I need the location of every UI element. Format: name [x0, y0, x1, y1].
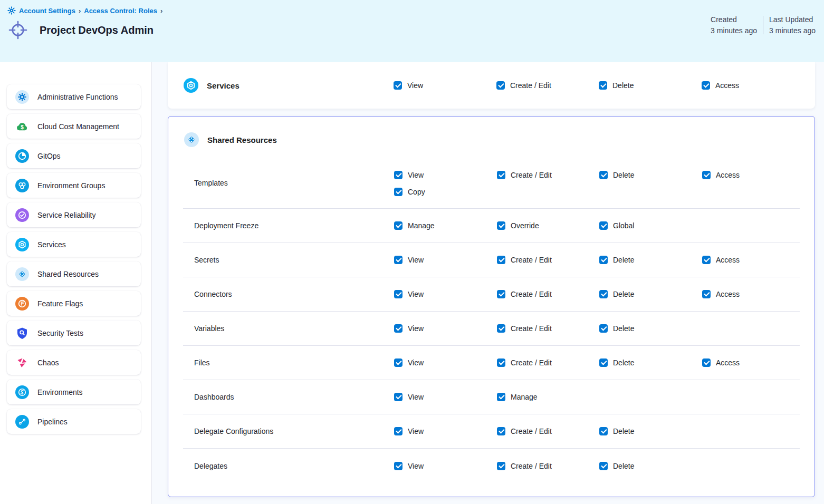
secrets-delete-checkbox[interactable]: Delete [599, 256, 702, 264]
sidebar-item-environment-groups[interactable]: Environment Groups [7, 173, 141, 198]
shared-resources-icon [184, 132, 199, 147]
checkbox-checked-icon[interactable] [702, 81, 710, 90]
variables-view-checkbox[interactable]: View [394, 324, 497, 333]
checkbox-checked-icon[interactable] [702, 358, 711, 367]
sidebar-item-label: Cloud Cost Management [37, 122, 119, 131]
permission-row-delegates: Delegates View Create / Edit Delete [183, 449, 800, 483]
checkbox-label: Create / Edit [511, 290, 552, 298]
checkbox-label: View [408, 171, 424, 179]
deployment-freeze-override-checkbox[interactable]: Override [497, 221, 599, 230]
checkbox-checked-icon[interactable] [497, 324, 505, 333]
sidebar-item-feature-flags[interactable]: Feature Flags [7, 291, 141, 316]
templates-access-checkbox[interactable]: Access [702, 171, 800, 179]
services-view-checkbox[interactable]: View [394, 81, 496, 90]
delegates-create-edit-checkbox[interactable]: Create / Edit [497, 462, 599, 470]
checkbox-checked-icon[interactable] [599, 358, 608, 367]
templates-view-checkbox[interactable]: View [394, 171, 497, 179]
templates-delete-checkbox[interactable]: Delete [599, 171, 702, 179]
secrets-create-edit-checkbox[interactable]: Create / Edit [497, 256, 599, 264]
checkbox-checked-icon[interactable] [599, 427, 608, 435]
dashboards-view-checkbox[interactable]: View [394, 393, 497, 401]
delegate-configurations-delete-checkbox[interactable]: Delete [599, 427, 702, 435]
connectors-create-edit-checkbox[interactable]: Create / Edit [497, 290, 599, 298]
checkbox-checked-icon[interactable] [394, 358, 403, 367]
checkbox-checked-icon[interactable] [497, 256, 505, 264]
checkbox-checked-icon[interactable] [394, 393, 403, 401]
deployment-freeze-manage-checkbox[interactable]: Manage [394, 221, 497, 230]
templates-copy-checkbox[interactable]: Copy [394, 188, 497, 196]
sidebar-item-administrative-functions[interactable]: Administrative Functions [7, 84, 141, 109]
sidebar-item-chaos[interactable]: Chaos [7, 350, 141, 375]
secrets-access-checkbox[interactable]: Access [702, 256, 800, 264]
checkbox-checked-icon[interactable] [497, 427, 505, 435]
sidebar-item-gitops[interactable]: GitOps [7, 143, 141, 168]
files-create-edit-checkbox[interactable]: Create / Edit [497, 358, 599, 367]
connectors-delete-checkbox[interactable]: Delete [599, 290, 702, 298]
checkbox-checked-icon[interactable] [394, 290, 403, 298]
checkbox-checked-icon[interactable] [496, 81, 505, 90]
breadcrumb-access-control-roles[interactable]: Access Control: Roles [84, 7, 157, 15]
checkbox-checked-icon[interactable] [497, 393, 505, 401]
checkbox-checked-icon[interactable] [599, 171, 608, 179]
checkbox-checked-icon[interactable] [599, 221, 608, 230]
delegates-view-checkbox[interactable]: View [394, 462, 497, 470]
secrets-view-checkbox[interactable]: View [394, 256, 497, 264]
checkbox-label: Create / Edit [511, 358, 552, 367]
checkbox-checked-icon[interactable] [394, 171, 403, 179]
settings-gear-icon [7, 6, 16, 15]
services-create-edit-checkbox[interactable]: Create / Edit [496, 81, 599, 90]
checkbox-checked-icon[interactable] [497, 221, 505, 230]
connectors-access-checkbox[interactable]: Access [702, 290, 800, 298]
shared-resources-icon [15, 267, 29, 281]
files-delete-checkbox[interactable]: Delete [599, 358, 702, 367]
checkbox-checked-icon[interactable] [394, 427, 403, 435]
checkbox-checked-icon[interactable] [599, 256, 608, 264]
checkbox-checked-icon[interactable] [702, 256, 711, 264]
delegates-delete-checkbox[interactable]: Delete [599, 462, 702, 470]
checkbox-checked-icon[interactable] [599, 290, 608, 298]
sidebar-item-environments[interactable]: Environments [7, 380, 141, 404]
checkbox-label: Access [716, 171, 740, 179]
role-target-icon [7, 19, 29, 41]
checkbox-checked-icon[interactable] [702, 171, 711, 179]
sidebar-item-label: Services [37, 240, 66, 249]
sidebar-item-shared-resources[interactable]: Shared Resources [7, 261, 141, 286]
checkbox-checked-icon[interactable] [394, 462, 403, 470]
checkbox-checked-icon[interactable] [599, 462, 608, 470]
checkbox-checked-icon[interactable] [599, 81, 607, 90]
checkbox-label: Create / Edit [511, 324, 552, 333]
checkbox-checked-icon[interactable] [394, 188, 403, 196]
sidebar-item-service-reliability[interactable]: Service Reliability [7, 202, 141, 227]
checkbox-checked-icon[interactable] [394, 324, 403, 333]
last-updated-value: 3 minutes ago [769, 26, 816, 35]
variables-delete-checkbox[interactable]: Delete [599, 324, 702, 333]
permission-row-variables: Variables View Create / Edit Delete [183, 312, 800, 346]
checkbox-checked-icon[interactable] [497, 290, 505, 298]
services-delete-checkbox[interactable]: Delete [599, 81, 702, 90]
checkbox-checked-icon[interactable] [599, 324, 608, 333]
templates-create-edit-checkbox[interactable]: Create / Edit [497, 171, 599, 179]
checkbox-checked-icon[interactable] [497, 171, 505, 179]
connectors-view-checkbox[interactable]: View [394, 290, 497, 298]
checkbox-checked-icon[interactable] [702, 290, 711, 298]
files-access-checkbox[interactable]: Access [702, 358, 800, 367]
variables-create-edit-checkbox[interactable]: Create / Edit [497, 324, 599, 333]
checkbox-checked-icon[interactable] [394, 221, 403, 230]
files-view-checkbox[interactable]: View [394, 358, 497, 367]
sidebar-item-services[interactable]: Services [7, 232, 141, 257]
content: Administrative Functions $ Cloud Cost Ma… [0, 62, 824, 504]
dashboards-manage-checkbox[interactable]: Manage [497, 393, 599, 401]
sidebar-item-cloud-cost-management[interactable]: $ Cloud Cost Management [7, 114, 141, 139]
sidebar-item-pipelines[interactable]: Pipelines [7, 409, 141, 434]
checkbox-checked-icon[interactable] [394, 81, 402, 90]
created-block: Created 3 minutes ago [711, 15, 757, 35]
breadcrumb-account-settings[interactable]: Account Settings [19, 7, 75, 15]
services-access-checkbox[interactable]: Access [702, 81, 815, 90]
checkbox-checked-icon[interactable] [394, 256, 403, 264]
sidebar-item-security-tests[interactable]: Security Tests [7, 321, 141, 345]
deployment-freeze-global-checkbox[interactable]: Global [599, 221, 702, 230]
checkbox-checked-icon[interactable] [497, 358, 505, 367]
checkbox-checked-icon[interactable] [497, 462, 505, 470]
delegate-configurations-create-edit-checkbox[interactable]: Create / Edit [497, 427, 599, 435]
delegate-configurations-view-checkbox[interactable]: View [394, 427, 497, 435]
